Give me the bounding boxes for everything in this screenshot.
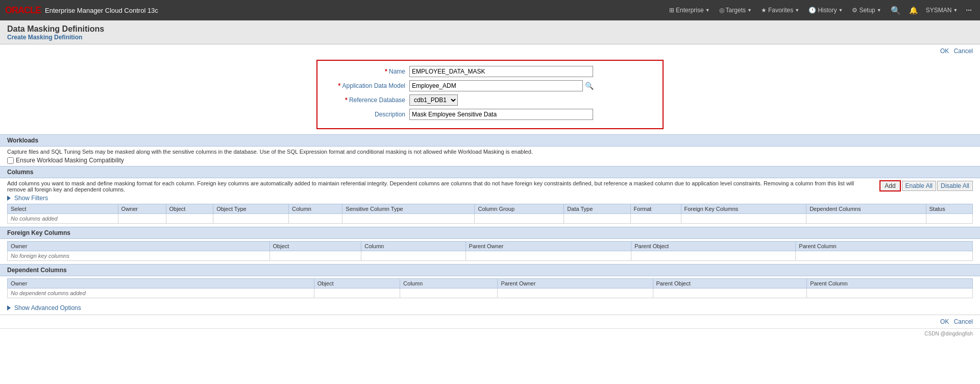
workload-masking-checkbox[interactable]	[7, 157, 14, 164]
fk-header-parent-object: Parent Object	[631, 242, 796, 251]
notifications-icon[interactable]: 🔔	[906, 4, 921, 16]
topnav-left: ORACLE Enterprise Manager Cloud Control …	[5, 5, 158, 16]
cancel-button-top[interactable]: Cancel	[954, 47, 973, 55]
name-input[interactable]	[409, 66, 593, 77]
dep-header-owner: Owner	[8, 279, 314, 289]
adm-input[interactable]	[409, 80, 583, 91]
targets-label: Targets	[726, 7, 746, 14]
em-title: Enterprise Manager Cloud Control 13c	[45, 7, 158, 14]
show-advanced-options-toggle[interactable]: Show Advanced Options	[0, 301, 980, 315]
setup-icon: ⚙	[852, 7, 857, 14]
refdb-select[interactable]: cdb1_PDB1	[409, 94, 458, 106]
col-header-dependent-columns: Dependent Columns	[806, 204, 926, 214]
favorites-icon: ★	[761, 7, 767, 14]
required-star: *	[385, 68, 389, 75]
topnav-right: ⊞ Enterprise ▼ ◎ Targets ▼ ★ Favorites ▼…	[665, 4, 975, 17]
dep-columns-title: Dependent Columns	[7, 267, 67, 274]
col-header-owner: Owner	[118, 204, 166, 214]
show-filters-label: Show Filters	[14, 195, 48, 202]
page-footer: CSDN @dingdingfish	[0, 328, 980, 339]
columns-title: Columns	[7, 169, 33, 176]
form-row-desc: Description	[328, 109, 652, 120]
more-options-icon[interactable]: ···	[963, 4, 975, 16]
workloads-title: Workloads	[7, 137, 38, 144]
col-header-fk-columns: Foreign Key Columns	[681, 204, 806, 214]
columns-no-data-cell: No columns added	[8, 214, 118, 224]
name-label: * Name	[328, 68, 409, 75]
workloads-checkbox-row: Ensure Workload Masking Compatibility	[0, 156, 980, 166]
history-label: History	[818, 7, 837, 14]
form-row-adm: * Application Data Model 🔍	[328, 80, 652, 91]
cancel-button-bottom[interactable]: Cancel	[954, 318, 973, 325]
col-header-select: Select	[8, 204, 118, 214]
user-menu[interactable]: SYSMAN ▼	[922, 5, 962, 16]
required-star-adm: *	[338, 82, 342, 89]
fk-table-header-row: Owner Object Column Parent Owner Parent …	[8, 242, 973, 251]
dep-columns-table-container: Owner Object Column Parent Owner Parent …	[0, 276, 980, 301]
advanced-options-label: Show Advanced Options	[14, 304, 81, 311]
columns-description-area: Add columns you want to mask and define …	[0, 178, 879, 194]
required-star-refdb: *	[345, 97, 349, 104]
enterprise-menu[interactable]: ⊞ Enterprise ▼	[665, 5, 714, 16]
columns-description: Add columns you want to mask and define …	[0, 178, 879, 194]
setup-label: Setup	[859, 7, 875, 14]
col-header-format: Format	[630, 204, 681, 214]
desc-input[interactable]	[409, 109, 593, 120]
dep-columns-table: Owner Object Column Parent Owner Parent …	[7, 278, 973, 298]
adm-search-button[interactable]: 🔍	[583, 82, 596, 90]
fk-no-data-cell: No foreign key columns	[8, 251, 270, 261]
col-header-status: Status	[926, 204, 973, 214]
refdb-label: * Reference Database	[328, 97, 409, 104]
show-filters-toggle[interactable]: Show Filters	[0, 194, 980, 204]
user-label: SYSMAN	[926, 7, 952, 14]
ok-button-bottom[interactable]: OK	[940, 318, 949, 325]
fk-header-object: Object	[270, 242, 361, 251]
search-icon[interactable]: 🔍	[887, 4, 905, 17]
add-column-button[interactable]: Add	[879, 180, 900, 191]
columns-table-header-row: Select Owner Object Object Type Column S…	[8, 204, 973, 214]
dep-header-parent-object: Parent Object	[653, 279, 807, 289]
workload-masking-label: Ensure Workload Masking Compatibility	[16, 157, 124, 164]
dep-header-parent-owner: Parent Owner	[498, 279, 653, 289]
ok-button-top[interactable]: OK	[940, 47, 949, 55]
col-header-data-type: Data Type	[564, 204, 630, 214]
dep-columns-section-header: Dependent Columns	[0, 264, 980, 276]
dep-header-column: Column	[400, 279, 498, 289]
adm-label: * Application Data Model	[328, 82, 409, 89]
form-row-name: * Name	[328, 66, 652, 77]
dep-no-data-cell: No dependent columns added	[8, 289, 314, 298]
favorites-menu[interactable]: ★ Favorites ▼	[757, 5, 803, 16]
form-row-refdb: * Reference Database cdb1_PDB1	[328, 94, 652, 106]
fk-columns-section-header: Foreign Key Columns	[0, 227, 980, 239]
col-header-object: Object	[166, 204, 213, 214]
history-menu[interactable]: 🕐 History ▼	[804, 5, 847, 16]
dep-header-object: Object	[314, 279, 400, 289]
columns-section-header: Columns	[0, 166, 980, 178]
footer-text: CSDN @dingdingfish	[924, 331, 973, 337]
workloads-description: Capture files and SQL Tuning Sets may be…	[0, 147, 980, 156]
fk-header-owner: Owner	[8, 242, 270, 251]
targets-caret: ▼	[747, 8, 752, 13]
page-header: Data Masking Definitions Create Masking …	[0, 20, 980, 44]
setup-menu[interactable]: ⚙ Setup ▼	[848, 5, 885, 16]
ok-cancel-bottom-row: OK Cancel	[0, 315, 980, 328]
ok-cancel-top-row: OK Cancel	[0, 44, 980, 58]
top-navigation: ORACLE Enterprise Manager Cloud Control …	[0, 0, 980, 20]
col-header-column-group: Column Group	[475, 204, 564, 214]
history-caret: ▼	[839, 8, 843, 13]
fk-header-parent-owner: Parent Owner	[465, 242, 631, 251]
dep-table-header-row: Owner Object Column Parent Owner Parent …	[8, 279, 973, 289]
fk-columns-title: Foreign Key Columns	[7, 229, 70, 236]
enable-all-button[interactable]: Enable All	[902, 181, 936, 191]
col-header-object-type: Object Type	[213, 204, 289, 214]
page-content: Data Masking Definitions Create Masking …	[0, 20, 980, 384]
columns-actions: Add Enable All Disable All	[879, 178, 980, 194]
enterprise-label: Enterprise	[676, 7, 704, 14]
dep-header-parent-column: Parent Column	[807, 279, 973, 289]
targets-menu[interactable]: ◎ Targets ▼	[715, 5, 756, 16]
targets-icon: ◎	[719, 7, 724, 14]
create-masking-form: * Name * Application Data Model 🔍 * Refe	[316, 60, 664, 129]
fk-no-data-row: No foreign key columns	[8, 251, 973, 261]
columns-header-row: Add columns you want to mask and define …	[0, 178, 980, 194]
disable-all-button[interactable]: Disable All	[937, 181, 973, 191]
